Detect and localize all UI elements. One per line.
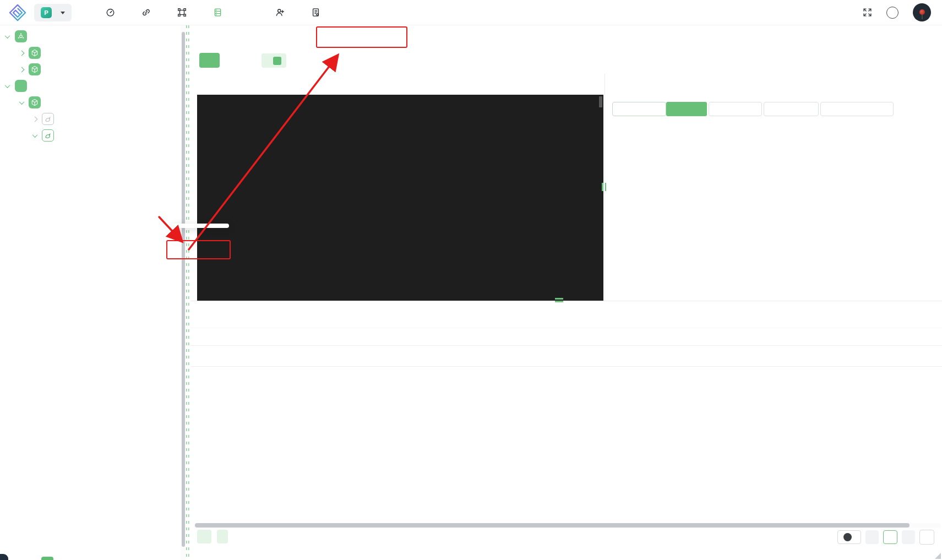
nav-item-access-control[interactable] xyxy=(249,8,253,17)
gateway-cube-icon xyxy=(29,63,41,75)
tree-node-mysql-1[interactable] xyxy=(0,111,181,127)
nav-menu xyxy=(106,8,325,17)
database-list-icon xyxy=(213,8,222,17)
chevron-down-icon[interactable] xyxy=(5,33,10,39)
tree-node-win-xue-202[interactable] xyxy=(0,94,181,111)
run-sql-button[interactable] xyxy=(199,53,220,68)
sidebar-scrollbar[interactable] xyxy=(181,25,186,560)
chevron-down-icon[interactable] xyxy=(5,83,10,88)
resize-grip[interactable] xyxy=(935,553,941,559)
chevron-right-icon[interactable] xyxy=(32,116,38,122)
tree-node-gateway-container[interactable] xyxy=(0,61,181,78)
param-value-input[interactable] xyxy=(764,102,819,116)
gauge-icon xyxy=(106,8,115,17)
chevron-down-icon[interactable] xyxy=(19,99,25,105)
gateway-cube-icon xyxy=(29,96,41,108)
refresh-icon xyxy=(843,533,852,541)
prev-page-button[interactable] xyxy=(865,530,879,544)
result-table-row[interactable] xyxy=(190,346,942,367)
corner-widget-green xyxy=(41,557,53,560)
editor-scrollbar-thumb[interactable] xyxy=(599,96,602,107)
param-desc-input[interactable] xyxy=(820,102,894,116)
chevron-down-icon xyxy=(61,12,65,17)
sidebar-tree xyxy=(0,25,181,560)
main-panel xyxy=(190,25,942,560)
nav-item-api[interactable] xyxy=(141,8,155,17)
result-hscrollbar[interactable] xyxy=(194,523,941,528)
chevron-down-icon[interactable] xyxy=(32,132,38,138)
tree-node-my-gateways[interactable] xyxy=(0,78,181,94)
navbar-right xyxy=(863,3,931,21)
sql-editor[interactable] xyxy=(197,95,603,301)
scrollbar-thumb[interactable] xyxy=(195,523,910,528)
nav-item-data-manage[interactable] xyxy=(213,8,227,17)
project-icon: P xyxy=(41,7,52,18)
param-default-input[interactable] xyxy=(709,102,762,116)
platform-gateway-icon xyxy=(15,30,27,42)
results-splitter[interactable] xyxy=(190,301,942,301)
paging-checkbox[interactable] xyxy=(273,57,281,65)
auto-column-width-button[interactable] xyxy=(217,530,228,543)
avatar[interactable] xyxy=(913,3,931,21)
vertical-splitter-handle[interactable] xyxy=(602,183,606,191)
mysql-icon xyxy=(42,129,54,142)
sidebar-splitter[interactable] xyxy=(186,25,189,560)
next-page-button[interactable] xyxy=(902,530,915,544)
help-icon[interactable] xyxy=(886,7,899,19)
current-page-button[interactable] xyxy=(883,530,897,544)
project-selector[interactable]: P xyxy=(34,4,72,21)
top-navbar: P xyxy=(0,0,942,25)
gateway-cube-icon xyxy=(29,47,41,59)
tree-node-gateway-test[interactable] xyxy=(0,45,181,61)
user-plus-icon xyxy=(275,8,285,17)
context-menu xyxy=(172,224,229,228)
result-table-header xyxy=(190,328,942,346)
line-number xyxy=(197,100,231,127)
nav-item-overview[interactable] xyxy=(106,8,119,17)
tree-node-mysql-multienv[interactable] xyxy=(0,127,181,144)
param-name-input[interactable] xyxy=(612,102,666,116)
pagination-bar xyxy=(837,530,934,545)
chevron-right-icon[interactable] xyxy=(19,50,25,56)
chevron-right-icon[interactable] xyxy=(19,67,25,72)
gateway-frame-icon xyxy=(177,8,187,17)
page-size-select[interactable] xyxy=(919,530,934,545)
nav-item-gateway[interactable] xyxy=(177,8,191,17)
field-props-button[interactable] xyxy=(197,530,211,543)
horizontal-splitter-handle[interactable] xyxy=(555,298,563,302)
link-icon xyxy=(141,8,151,17)
sql-code xyxy=(231,100,269,127)
result-toolbar xyxy=(197,530,228,543)
mysql-icon xyxy=(42,113,54,125)
document-icon xyxy=(311,8,320,17)
app-logo xyxy=(9,4,26,21)
nav-item-logs[interactable] xyxy=(311,8,325,17)
nav-item-members[interactable] xyxy=(275,8,289,17)
fullscreen-icon[interactable] xyxy=(863,8,872,17)
scrollbar-thumb[interactable] xyxy=(182,32,185,547)
tree-node-platform-gateways[interactable] xyxy=(0,28,181,45)
paging-toggle-button[interactable] xyxy=(262,53,286,68)
param-type-select[interactable] xyxy=(666,102,707,116)
refresh-button[interactable] xyxy=(837,530,861,544)
my-gateway-icon xyxy=(15,80,27,92)
editor-line xyxy=(197,95,603,127)
